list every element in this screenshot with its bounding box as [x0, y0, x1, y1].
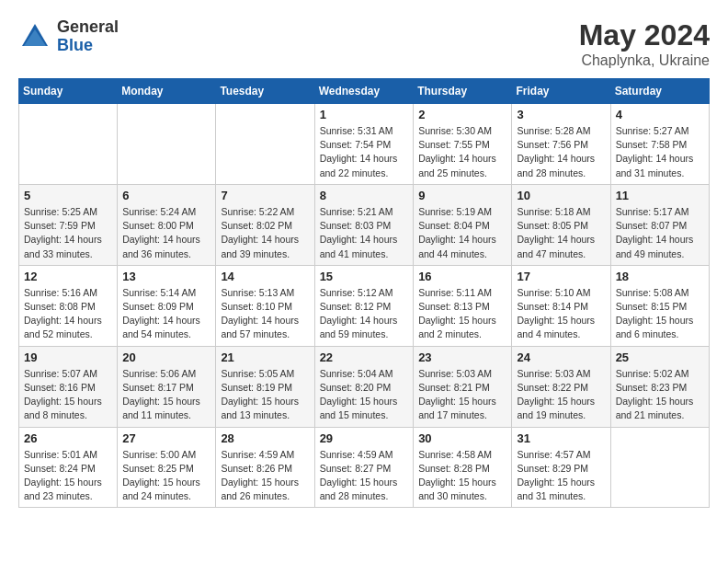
- day-info: Sunrise: 4:57 AMSunset: 8:29 PMDaylight:…: [517, 448, 605, 504]
- calendar-cell: 27Sunrise: 5:00 AMSunset: 8:25 PMDayligh…: [118, 427, 216, 508]
- calendar-cell: [118, 104, 216, 185]
- calendar-cell: 22Sunrise: 5:04 AMSunset: 8:20 PMDayligh…: [314, 346, 414, 427]
- day-info: Sunrise: 5:30 AMSunset: 7:55 PMDaylight:…: [418, 124, 506, 180]
- day-number: 29: [320, 431, 409, 445]
- logo-icon: [18, 20, 51, 53]
- day-number: 12: [24, 270, 112, 283]
- weekday-header: Wednesday: [314, 79, 414, 104]
- calendar-cell: 14Sunrise: 5:13 AMSunset: 8:10 PMDayligh…: [216, 265, 314, 346]
- calendar-cell: 30Sunrise: 4:58 AMSunset: 8:28 PMDayligh…: [414, 427, 512, 508]
- day-info: Sunrise: 5:04 AMSunset: 8:20 PMDaylight:…: [320, 367, 409, 423]
- calendar-cell: 10Sunrise: 5:18 AMSunset: 8:05 PMDayligh…: [512, 184, 610, 265]
- day-number: 30: [418, 431, 506, 445]
- calendar-cell: 31Sunrise: 4:57 AMSunset: 8:29 PMDayligh…: [512, 427, 610, 508]
- calendar-cell: 21Sunrise: 5:05 AMSunset: 8:19 PMDayligh…: [216, 346, 314, 427]
- day-info: Sunrise: 5:03 AMSunset: 8:22 PMDaylight:…: [517, 367, 605, 423]
- day-number: 7: [221, 189, 309, 202]
- logo-blue: Blue: [57, 37, 119, 55]
- day-number: 8: [320, 189, 409, 202]
- calendar-cell: [610, 427, 709, 508]
- calendar-cell: 7Sunrise: 5:22 AMSunset: 8:02 PMDaylight…: [216, 184, 314, 265]
- calendar-cell: 1Sunrise: 5:31 AMSunset: 7:54 PMDaylight…: [314, 104, 414, 185]
- day-number: 19: [24, 350, 112, 364]
- day-info: Sunrise: 5:12 AMSunset: 8:12 PMDaylight:…: [320, 286, 409, 342]
- calendar-cell: 24Sunrise: 5:03 AMSunset: 8:22 PMDayligh…: [512, 346, 610, 427]
- calendar-cell: 16Sunrise: 5:11 AMSunset: 8:13 PMDayligh…: [414, 265, 512, 346]
- calendar-week-row: 26Sunrise: 5:01 AMSunset: 8:24 PMDayligh…: [19, 427, 710, 508]
- day-info: Sunrise: 5:31 AMSunset: 7:54 PMDaylight:…: [320, 124, 409, 180]
- day-info: Sunrise: 5:03 AMSunset: 8:21 PMDaylight:…: [418, 367, 506, 423]
- day-info: Sunrise: 5:05 AMSunset: 8:19 PMDaylight:…: [221, 367, 309, 423]
- page-header: General Blue May 2024 Chaplynka, Ukraine: [18, 18, 710, 69]
- logo: General Blue: [18, 18, 119, 55]
- day-info: Sunrise: 5:00 AMSunset: 8:25 PMDaylight:…: [122, 448, 210, 504]
- weekday-header: Sunday: [19, 79, 118, 104]
- day-number: 27: [122, 431, 210, 445]
- day-number: 24: [517, 350, 605, 364]
- calendar-cell: 23Sunrise: 5:03 AMSunset: 8:21 PMDayligh…: [414, 346, 512, 427]
- day-number: 1: [320, 108, 409, 121]
- day-info: Sunrise: 5:10 AMSunset: 8:14 PMDaylight:…: [517, 286, 605, 342]
- title-block: May 2024 Chaplynka, Ukraine: [579, 18, 710, 69]
- location: Chaplynka, Ukraine: [579, 52, 710, 69]
- day-info: Sunrise: 4:59 AMSunset: 8:27 PMDaylight:…: [320, 448, 409, 504]
- day-number: 15: [320, 270, 409, 283]
- calendar-cell: 9Sunrise: 5:19 AMSunset: 8:04 PMDaylight…: [414, 184, 512, 265]
- day-info: Sunrise: 5:25 AMSunset: 7:59 PMDaylight:…: [24, 205, 112, 261]
- day-info: Sunrise: 5:07 AMSunset: 8:16 PMDaylight:…: [24, 367, 112, 423]
- day-info: Sunrise: 4:58 AMSunset: 8:28 PMDaylight:…: [418, 448, 506, 504]
- day-info: Sunrise: 5:14 AMSunset: 8:09 PMDaylight:…: [122, 286, 210, 342]
- day-info: Sunrise: 5:22 AMSunset: 8:02 PMDaylight:…: [221, 205, 309, 261]
- calendar-week-row: 1Sunrise: 5:31 AMSunset: 7:54 PMDaylight…: [19, 104, 710, 185]
- calendar-cell: 26Sunrise: 5:01 AMSunset: 8:24 PMDayligh…: [19, 427, 118, 508]
- calendar-cell: 4Sunrise: 5:27 AMSunset: 7:58 PMDaylight…: [610, 104, 709, 185]
- day-info: Sunrise: 5:28 AMSunset: 7:56 PMDaylight:…: [517, 124, 605, 180]
- weekday-header: Thursday: [414, 79, 512, 104]
- day-info: Sunrise: 5:08 AMSunset: 8:15 PMDaylight:…: [616, 286, 704, 342]
- day-info: Sunrise: 5:06 AMSunset: 8:17 PMDaylight:…: [122, 367, 210, 423]
- day-number: 5: [24, 189, 112, 202]
- calendar-cell: 12Sunrise: 5:16 AMSunset: 8:08 PMDayligh…: [19, 265, 118, 346]
- weekday-header: Friday: [512, 79, 610, 104]
- day-info: Sunrise: 5:24 AMSunset: 8:00 PMDaylight:…: [122, 205, 210, 261]
- day-info: Sunrise: 5:01 AMSunset: 8:24 PMDaylight:…: [24, 448, 112, 504]
- month-year: May 2024: [579, 18, 710, 52]
- day-number: 25: [616, 350, 704, 364]
- calendar-cell: 18Sunrise: 5:08 AMSunset: 8:15 PMDayligh…: [610, 265, 709, 346]
- weekday-header: Monday: [118, 79, 216, 104]
- day-number: 22: [320, 350, 409, 364]
- day-number: 13: [122, 270, 210, 283]
- calendar-cell: 3Sunrise: 5:28 AMSunset: 7:56 PMDaylight…: [512, 104, 610, 185]
- day-number: 3: [517, 108, 605, 121]
- calendar-cell: 20Sunrise: 5:06 AMSunset: 8:17 PMDayligh…: [118, 346, 216, 427]
- calendar-cell: 25Sunrise: 5:02 AMSunset: 8:23 PMDayligh…: [610, 346, 709, 427]
- day-info: Sunrise: 5:19 AMSunset: 8:04 PMDaylight:…: [418, 205, 506, 261]
- calendar-cell: 17Sunrise: 5:10 AMSunset: 8:14 PMDayligh…: [512, 265, 610, 346]
- day-number: 16: [418, 270, 506, 283]
- day-number: 2: [418, 108, 506, 121]
- day-info: Sunrise: 5:27 AMSunset: 7:58 PMDaylight:…: [616, 124, 704, 180]
- calendar-week-row: 19Sunrise: 5:07 AMSunset: 8:16 PMDayligh…: [19, 346, 710, 427]
- day-number: 28: [221, 431, 309, 445]
- day-number: 18: [616, 270, 704, 283]
- calendar-cell: 11Sunrise: 5:17 AMSunset: 8:07 PMDayligh…: [610, 184, 709, 265]
- day-number: 10: [517, 189, 605, 202]
- day-info: Sunrise: 5:02 AMSunset: 8:23 PMDaylight:…: [616, 367, 704, 423]
- day-number: 31: [517, 431, 605, 445]
- day-number: 14: [221, 270, 309, 283]
- day-number: 9: [418, 189, 506, 202]
- calendar-cell: 29Sunrise: 4:59 AMSunset: 8:27 PMDayligh…: [314, 427, 414, 508]
- calendar-cell: 6Sunrise: 5:24 AMSunset: 8:00 PMDaylight…: [118, 184, 216, 265]
- logo-text: General Blue: [57, 18, 119, 55]
- calendar-cell: 19Sunrise: 5:07 AMSunset: 8:16 PMDayligh…: [19, 346, 118, 427]
- day-number: 4: [616, 108, 704, 121]
- day-info: Sunrise: 5:18 AMSunset: 8:05 PMDaylight:…: [517, 205, 605, 261]
- calendar-cell: 8Sunrise: 5:21 AMSunset: 8:03 PMDaylight…: [314, 184, 414, 265]
- weekday-header: Saturday: [610, 79, 709, 104]
- calendar-cell: 2Sunrise: 5:30 AMSunset: 7:55 PMDaylight…: [414, 104, 512, 185]
- day-number: 20: [122, 350, 210, 364]
- calendar-cell: [216, 104, 314, 185]
- logo-general: General: [57, 18, 119, 37]
- day-number: 11: [616, 189, 704, 202]
- day-number: 26: [24, 431, 112, 445]
